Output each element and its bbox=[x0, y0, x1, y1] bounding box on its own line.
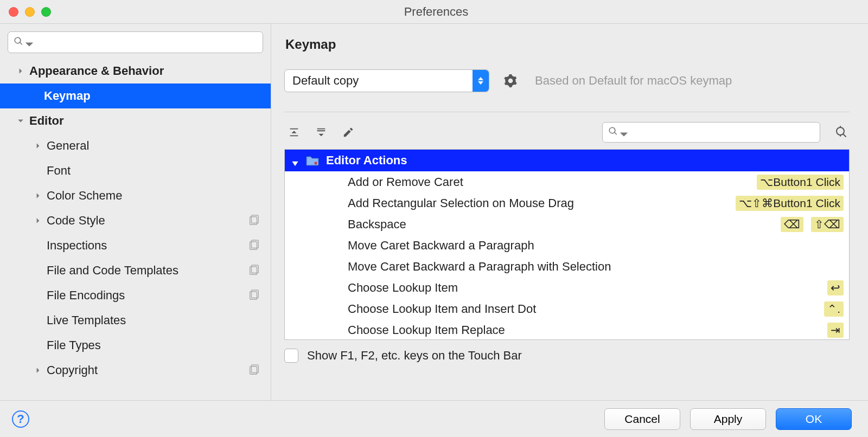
preferences-content: Keymap Default copy Based on Default for… bbox=[271, 24, 868, 400]
sidebar-item-appearance-behavior[interactable]: Appearance & Behavior bbox=[0, 59, 271, 83]
apply-button[interactable]: Apply bbox=[690, 408, 766, 430]
help-button[interactable]: ? bbox=[12, 410, 29, 428]
shortcut-badge: ⌃. bbox=[824, 301, 844, 317]
sidebar-item-label: File Encodings bbox=[47, 288, 254, 303]
shortcut-badge: ⇥ bbox=[827, 323, 844, 338]
project-scheme-icon bbox=[248, 290, 260, 301]
keymap-toolbar bbox=[284, 118, 850, 149]
show-fn-keys-checkbox[interactable] bbox=[284, 349, 298, 363]
action-shortcuts: ↩ bbox=[827, 280, 844, 295]
cancel-button[interactable]: Cancel bbox=[604, 408, 680, 430]
project-scheme-icon bbox=[248, 215, 260, 227]
action-label: Move Caret Backward a Paragraph bbox=[348, 239, 844, 253]
action-row[interactable]: Move Caret Backward a Paragraph bbox=[285, 235, 849, 256]
sidebar-item-live-templates[interactable]: Live Templates bbox=[0, 308, 271, 333]
keymap-based-on-label: Based on Default for macOS keymap bbox=[535, 74, 732, 88]
actions-search-input[interactable] bbox=[624, 126, 814, 138]
action-label: Choose Lookup Item Replace bbox=[348, 323, 827, 337]
action-label: Add or Remove Caret bbox=[348, 175, 757, 189]
keymap-settings-button[interactable] bbox=[503, 74, 518, 88]
sidebar-item-code-style[interactable]: Code Style bbox=[0, 208, 271, 233]
actions-search-field[interactable] bbox=[602, 122, 820, 143]
sidebar-item-label: Color Scheme bbox=[47, 189, 254, 203]
chevron-right-icon[interactable] bbox=[33, 217, 43, 224]
chevron-right-icon[interactable] bbox=[33, 143, 43, 149]
action-row[interactable]: Backspace⌫⇧⌫ bbox=[285, 214, 849, 235]
divider bbox=[284, 112, 850, 112]
folder-icon bbox=[305, 155, 320, 166]
sidebar-item-label: General bbox=[47, 139, 254, 153]
sidebar-item-label: Live Templates bbox=[47, 313, 254, 327]
sidebar-item-label: Inspections bbox=[47, 239, 254, 253]
sidebar-item-file-and-code-templates[interactable]: File and Code Templates bbox=[0, 258, 271, 283]
preferences-tree[interactable]: Appearance & BehaviorKeymapEditorGeneral… bbox=[0, 59, 271, 400]
action-shortcuts: ⌥Button1 Click bbox=[757, 175, 844, 190]
action-label: Backspace bbox=[348, 217, 781, 232]
action-row[interactable]: Add Rectangular Selection on Mouse Drag⌥… bbox=[285, 192, 849, 214]
disclosure-triangle-down-icon bbox=[291, 157, 299, 164]
titlebar: Preferences bbox=[0, 0, 868, 24]
shortcut-badge: ⇧⌫ bbox=[811, 217, 844, 232]
project-scheme-icon bbox=[248, 364, 260, 376]
expand-all-icon[interactable] bbox=[288, 126, 301, 139]
chevron-down-icon[interactable] bbox=[15, 118, 26, 124]
sidebar-item-label: Editor bbox=[29, 114, 254, 128]
actions-group-header[interactable]: Editor Actions bbox=[285, 150, 849, 171]
sidebar-item-label: Keymap bbox=[44, 89, 254, 103]
find-by-shortcut-icon[interactable] bbox=[834, 125, 848, 139]
sidebar-search-input[interactable] bbox=[30, 36, 257, 48]
sidebar-item-label: File and Code Templates bbox=[47, 264, 254, 278]
sidebar-item-copyright[interactable]: Copyright bbox=[0, 358, 271, 383]
action-row[interactable]: Add or Remove Caret⌥Button1 Click bbox=[285, 171, 849, 192]
keymap-scheme-value: Default copy bbox=[292, 74, 359, 88]
select-stepper-icon bbox=[473, 70, 489, 92]
keymap-scheme-select[interactable]: Default copy bbox=[284, 69, 489, 92]
action-row[interactable]: Choose Lookup Item Replace⇥ bbox=[285, 319, 849, 340]
action-label: Add Rectangular Selection on Mouse Drag bbox=[348, 196, 736, 210]
actions-group-label: Editor Actions bbox=[326, 153, 407, 168]
shortcut-badge: ⌥⇧⌘Button1 Click bbox=[736, 196, 844, 211]
sidebar-item-color-scheme[interactable]: Color Scheme bbox=[0, 183, 271, 208]
action-label: Choose Lookup Item bbox=[348, 281, 827, 295]
sidebar-item-keymap[interactable]: Keymap bbox=[0, 83, 271, 108]
sidebar-item-editor[interactable]: Editor bbox=[0, 108, 271, 133]
page-title: Keymap bbox=[285, 37, 850, 52]
sidebar-item-font[interactable]: Font bbox=[0, 158, 271, 183]
shortcut-badge: ⌥Button1 Click bbox=[757, 175, 844, 190]
project-scheme-icon bbox=[248, 240, 260, 252]
actions-tree[interactable]: Editor Actions Add or Remove Caret⌥Butto… bbox=[284, 149, 850, 340]
sidebar-item-label: Appearance & Behavior bbox=[29, 64, 254, 78]
show-fn-keys-label: Show F1, F2, etc. keys on the Touch Bar bbox=[307, 349, 522, 363]
action-shortcuts: ⇥ bbox=[827, 323, 844, 338]
chevron-right-icon[interactable] bbox=[15, 68, 26, 74]
search-icon bbox=[14, 36, 23, 48]
search-icon bbox=[608, 126, 618, 138]
chevron-right-icon[interactable] bbox=[33, 192, 43, 199]
sidebar-item-label: Code Style bbox=[47, 214, 254, 228]
sidebar-item-general[interactable]: General bbox=[0, 133, 271, 158]
edit-shortcut-icon[interactable] bbox=[342, 126, 355, 139]
action-shortcuts: ⌃. bbox=[824, 301, 844, 317]
dialog-footer: ? Cancel Apply OK bbox=[0, 400, 868, 437]
ok-button[interactable]: OK bbox=[776, 408, 852, 430]
sidebar-item-label: Copyright bbox=[47, 363, 254, 377]
search-history-chevron-icon[interactable] bbox=[24, 40, 30, 45]
chevron-right-icon[interactable] bbox=[33, 367, 43, 374]
preferences-sidebar: Appearance & BehaviorKeymapEditorGeneral… bbox=[0, 24, 271, 400]
sidebar-search-field[interactable] bbox=[8, 31, 263, 53]
action-row[interactable]: Move Caret Backward a Paragraph with Sel… bbox=[285, 256, 849, 277]
action-shortcuts: ⌥⇧⌘Button1 Click bbox=[736, 196, 844, 211]
sidebar-item-label: File Types bbox=[47, 338, 254, 352]
project-scheme-icon bbox=[248, 265, 260, 277]
action-label: Choose Lookup Item and Insert Dot bbox=[348, 302, 824, 316]
action-row[interactable]: Choose Lookup Item and Insert Dot⌃. bbox=[285, 298, 849, 319]
sidebar-item-file-encodings[interactable]: File Encodings bbox=[0, 283, 271, 308]
window-title: Preferences bbox=[13, 5, 859, 19]
search-history-chevron-icon[interactable] bbox=[619, 130, 624, 135]
collapse-all-icon[interactable] bbox=[315, 126, 328, 139]
sidebar-item-label: Font bbox=[47, 164, 254, 178]
sidebar-item-inspections[interactable]: Inspections bbox=[0, 233, 271, 258]
action-row[interactable]: Choose Lookup Item↩ bbox=[285, 277, 849, 298]
sidebar-item-file-types[interactable]: File Types bbox=[0, 333, 271, 358]
shortcut-badge: ↩ bbox=[827, 280, 844, 295]
